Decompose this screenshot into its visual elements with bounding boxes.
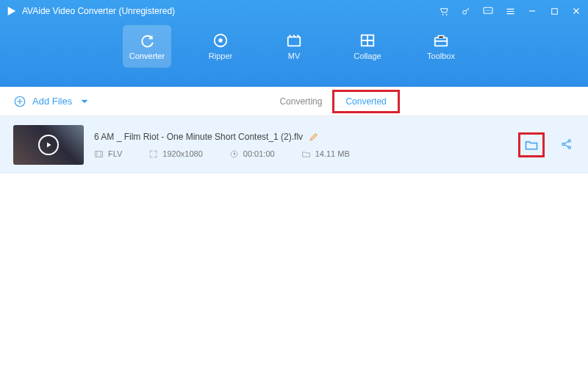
tab-label: Ripper [209, 51, 232, 60]
subtab-converting[interactable]: Converting [268, 91, 334, 112]
add-files-label: Add Files [32, 96, 72, 107]
app-logo: AVAide Video Converter (Unregistered) [6, 5, 175, 17]
folder-icon [523, 138, 539, 152]
svg-point-7 [218, 38, 223, 43]
ripper-icon [212, 32, 229, 49]
collage-icon [359, 32, 376, 49]
svg-point-2 [486, 10, 487, 11]
tab-label: Toolbox [427, 51, 455, 60]
sub-toolbar: Add Files Converting Converted [0, 87, 588, 116]
video-thumbnail[interactable] [13, 125, 84, 165]
resolution-icon [148, 149, 158, 159]
file-duration: 00:01:00 [229, 149, 275, 159]
minimize-button[interactable] [526, 5, 538, 17]
svg-point-0 [462, 10, 466, 14]
svg-rect-12 [96, 151, 103, 157]
tab-toolbox[interactable]: Toolbox [417, 25, 465, 68]
svg-point-3 [487, 10, 488, 11]
svg-point-4 [490, 10, 490, 11]
open-folder-button[interactable] [522, 136, 541, 154]
cart-icon[interactable] [438, 5, 450, 17]
tab-mv[interactable]: MV [270, 25, 318, 68]
chevron-down-icon [78, 95, 91, 108]
title-bar: AVAide Video Converter (Unregistered) [0, 0, 588, 22]
svg-rect-8 [288, 37, 301, 46]
file-resolution: 1920x1080 [148, 149, 202, 159]
svg-point-14 [562, 143, 564, 145]
mv-icon [286, 32, 302, 49]
tab-label: Collage [354, 51, 381, 60]
app-title: AVAide Video Converter (Unregistered) [22, 6, 175, 16]
tab-label: Converter [129, 51, 165, 60]
tab-collage[interactable]: Collage [343, 25, 392, 68]
svg-point-16 [568, 146, 570, 149]
subtab-converted[interactable]: Converted [334, 91, 398, 112]
format-icon [94, 149, 104, 159]
feedback-icon[interactable] [482, 5, 494, 17]
toolbox-icon [433, 32, 449, 49]
add-files-button[interactable]: Add Files [13, 95, 91, 108]
tab-label: MV [288, 51, 301, 60]
tab-converter[interactable]: Converter [123, 25, 171, 68]
share-icon [560, 138, 573, 151]
file-format: FLV [94, 149, 122, 159]
play-logo-icon [6, 5, 18, 17]
file-list: 6 AM _ Film Riot - One Minute Short Cont… [0, 116, 588, 174]
tab-ripper[interactable]: Ripper [196, 25, 245, 68]
edit-icon[interactable] [309, 132, 319, 142]
svg-rect-10 [435, 38, 448, 46]
maximize-button[interactable] [548, 5, 560, 17]
main-tabs: Converter Ripper MV Collage Toolbox [0, 22, 588, 68]
file-size: 14.11 MB [301, 149, 350, 159]
key-icon[interactable] [460, 5, 472, 17]
clock-icon [229, 149, 239, 159]
plus-circle-icon [13, 95, 26, 108]
list-item: 6 AM _ Film Riot - One Minute Short Cont… [0, 116, 588, 174]
file-name: 6 AM _ Film Riot - One Minute Short Cont… [94, 132, 303, 142]
play-icon [38, 135, 59, 155]
close-button[interactable] [570, 5, 582, 17]
menu-icon[interactable] [504, 5, 516, 17]
svg-rect-5 [551, 8, 557, 14]
converter-icon [139, 32, 155, 49]
share-button[interactable] [560, 138, 575, 152]
folder-small-icon [301, 149, 311, 159]
svg-point-15 [568, 140, 570, 142]
